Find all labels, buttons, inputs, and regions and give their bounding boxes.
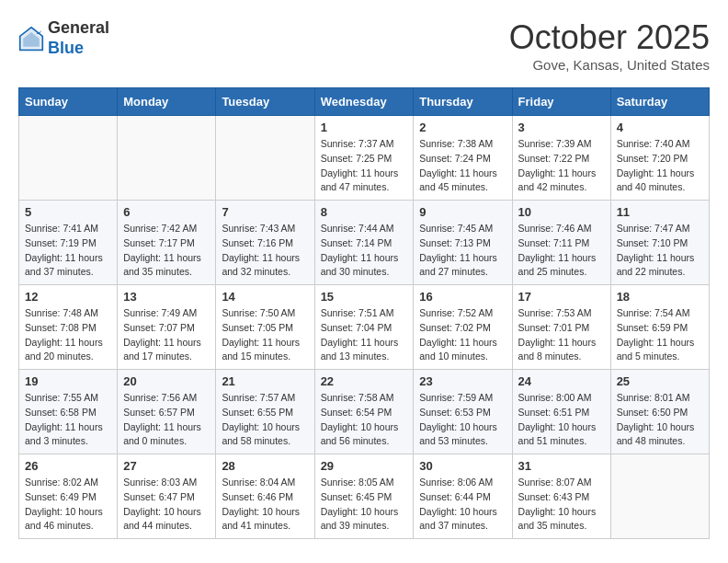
calendar-cell: 21Sunrise: 7:57 AM Sunset: 6:55 PM Dayli… [216,370,314,454]
day-info: Sunrise: 7:58 AM Sunset: 6:54 PM Dayligh… [321,391,408,449]
day-info: Sunrise: 7:40 AM Sunset: 7:20 PM Dayligh… [617,137,703,195]
day-number: 23 [419,374,506,388]
day-number: 2 [419,121,506,134]
calendar-cell: 15Sunrise: 7:51 AM Sunset: 7:04 PM Dayli… [314,285,414,370]
calendar-cell: 23Sunrise: 7:59 AM Sunset: 6:53 PM Dayli… [414,370,512,454]
calendar-cell: 30Sunrise: 8:06 AM Sunset: 6:44 PM Dayli… [414,454,512,539]
day-number: 18 [617,290,703,304]
day-info: Sunrise: 7:55 AM Sunset: 6:58 PM Dayligh… [25,391,111,449]
day-info: Sunrise: 7:56 AM Sunset: 6:57 PM Dayligh… [123,391,210,449]
day-number: 1 [321,121,408,134]
day-number: 22 [321,374,408,388]
weekday-header-friday: Friday [512,88,610,116]
calendar-cell: 12Sunrise: 7:48 AM Sunset: 7:08 PM Dayli… [19,285,118,370]
calendar-header-row: SundayMondayTuesdayWednesdayThursdayFrid… [19,88,710,116]
calendar-cell: 17Sunrise: 7:53 AM Sunset: 7:01 PM Dayli… [512,285,610,370]
logo-text: General Blue [48,18,109,58]
day-info: Sunrise: 8:05 AM Sunset: 6:45 PM Dayligh… [321,476,408,534]
calendar-cell: 10Sunrise: 7:46 AM Sunset: 7:11 PM Dayli… [512,201,610,285]
calendar-cell: 3Sunrise: 7:39 AM Sunset: 7:22 PM Daylig… [512,116,610,201]
day-number: 10 [518,205,605,219]
day-number: 16 [419,290,506,304]
calendar-cell: 9Sunrise: 7:45 AM Sunset: 7:13 PM Daylig… [414,201,512,285]
day-info: Sunrise: 7:52 AM Sunset: 7:02 PM Dayligh… [419,306,506,364]
day-info: Sunrise: 7:38 AM Sunset: 7:24 PM Dayligh… [419,137,506,195]
calendar-week-row: 5Sunrise: 7:41 AM Sunset: 7:19 PM Daylig… [19,201,710,285]
day-number: 8 [321,205,408,219]
location: Gove, Kansas, United States [509,57,710,73]
calendar-cell: 4Sunrise: 7:40 AM Sunset: 7:20 PM Daylig… [610,116,709,201]
day-info: Sunrise: 7:43 AM Sunset: 7:16 PM Dayligh… [222,222,308,280]
day-number: 9 [419,205,506,219]
calendar-cell [118,116,216,201]
day-number: 27 [123,459,210,473]
calendar-week-row: 12Sunrise: 7:48 AM Sunset: 7:08 PM Dayli… [19,285,710,370]
calendar-cell: 31Sunrise: 8:07 AM Sunset: 6:43 PM Dayli… [512,454,610,539]
day-number: 30 [419,459,506,473]
day-info: Sunrise: 7:45 AM Sunset: 7:13 PM Dayligh… [419,222,506,280]
calendar-cell: 24Sunrise: 8:00 AM Sunset: 6:51 PM Dayli… [512,370,610,454]
calendar-cell: 13Sunrise: 7:49 AM Sunset: 7:07 PM Dayli… [118,285,216,370]
day-info: Sunrise: 7:48 AM Sunset: 7:08 PM Dayligh… [25,306,111,364]
calendar-cell: 2Sunrise: 7:38 AM Sunset: 7:24 PM Daylig… [414,116,512,201]
day-info: Sunrise: 7:49 AM Sunset: 7:07 PM Dayligh… [123,306,210,364]
day-number: 25 [617,374,703,388]
day-number: 6 [123,205,210,219]
day-info: Sunrise: 8:06 AM Sunset: 6:44 PM Dayligh… [419,476,506,534]
day-number: 12 [25,290,111,304]
day-number: 31 [518,459,605,473]
day-info: Sunrise: 7:53 AM Sunset: 7:01 PM Dayligh… [518,306,605,364]
calendar-cell: 27Sunrise: 8:03 AM Sunset: 6:47 PM Dayli… [118,454,216,539]
day-info: Sunrise: 8:00 AM Sunset: 6:51 PM Dayligh… [518,391,605,449]
weekday-header-thursday: Thursday [414,88,512,116]
day-info: Sunrise: 7:42 AM Sunset: 7:17 PM Dayligh… [123,222,210,280]
day-info: Sunrise: 8:04 AM Sunset: 6:46 PM Dayligh… [222,476,308,534]
calendar-cell: 14Sunrise: 7:50 AM Sunset: 7:05 PM Dayli… [216,285,314,370]
page-header: General Blue October 2025 Gove, Kansas, … [18,18,710,73]
day-info: Sunrise: 7:46 AM Sunset: 7:11 PM Dayligh… [518,222,605,280]
day-number: 19 [25,374,111,388]
day-number: 20 [123,374,210,388]
title-block: October 2025 Gove, Kansas, United States [509,18,710,73]
calendar-cell [610,454,709,539]
weekday-header-sunday: Sunday [19,88,118,116]
calendar-cell: 16Sunrise: 7:52 AM Sunset: 7:02 PM Dayli… [414,285,512,370]
calendar-cell: 1Sunrise: 7:37 AM Sunset: 7:25 PM Daylig… [314,116,414,201]
day-number: 26 [25,459,111,473]
day-number: 5 [25,205,111,219]
calendar-cell: 25Sunrise: 8:01 AM Sunset: 6:50 PM Dayli… [610,370,709,454]
day-info: Sunrise: 7:57 AM Sunset: 6:55 PM Dayligh… [222,391,308,449]
day-info: Sunrise: 7:37 AM Sunset: 7:25 PM Dayligh… [321,137,408,195]
day-number: 11 [617,205,703,219]
weekday-header-tuesday: Tuesday [216,88,314,116]
calendar-week-row: 26Sunrise: 8:02 AM Sunset: 6:49 PM Dayli… [19,454,710,539]
calendar-cell: 29Sunrise: 8:05 AM Sunset: 6:45 PM Dayli… [314,454,414,539]
day-number: 28 [222,459,308,473]
day-info: Sunrise: 8:03 AM Sunset: 6:47 PM Dayligh… [123,476,210,534]
day-number: 17 [518,290,605,304]
calendar-cell: 26Sunrise: 8:02 AM Sunset: 6:49 PM Dayli… [19,454,118,539]
day-number: 7 [222,205,308,219]
day-number: 29 [321,459,408,473]
logo-icon [18,26,44,52]
day-number: 14 [222,290,308,304]
day-info: Sunrise: 7:39 AM Sunset: 7:22 PM Dayligh… [518,137,605,195]
calendar-cell: 18Sunrise: 7:54 AM Sunset: 6:59 PM Dayli… [610,285,709,370]
calendar-week-row: 1Sunrise: 7:37 AM Sunset: 7:25 PM Daylig… [19,116,710,201]
weekday-header-wednesday: Wednesday [314,88,414,116]
day-number: 4 [617,121,703,134]
calendar-cell: 20Sunrise: 7:56 AM Sunset: 6:57 PM Dayli… [118,370,216,454]
day-info: Sunrise: 8:07 AM Sunset: 6:43 PM Dayligh… [518,476,605,534]
day-info: Sunrise: 7:47 AM Sunset: 7:10 PM Dayligh… [617,222,703,280]
calendar-cell: 22Sunrise: 7:58 AM Sunset: 6:54 PM Dayli… [314,370,414,454]
day-info: Sunrise: 7:54 AM Sunset: 6:59 PM Dayligh… [617,306,703,364]
day-info: Sunrise: 8:02 AM Sunset: 6:49 PM Dayligh… [25,476,111,534]
day-info: Sunrise: 7:51 AM Sunset: 7:04 PM Dayligh… [321,306,408,364]
calendar-week-row: 19Sunrise: 7:55 AM Sunset: 6:58 PM Dayli… [19,370,710,454]
month-title: October 2025 [509,18,710,57]
day-info: Sunrise: 7:41 AM Sunset: 7:19 PM Dayligh… [25,222,111,280]
calendar-cell: 28Sunrise: 8:04 AM Sunset: 6:46 PM Dayli… [216,454,314,539]
day-info: Sunrise: 7:59 AM Sunset: 6:53 PM Dayligh… [419,391,506,449]
calendar-cell: 6Sunrise: 7:42 AM Sunset: 7:17 PM Daylig… [118,201,216,285]
weekday-header-monday: Monday [118,88,216,116]
